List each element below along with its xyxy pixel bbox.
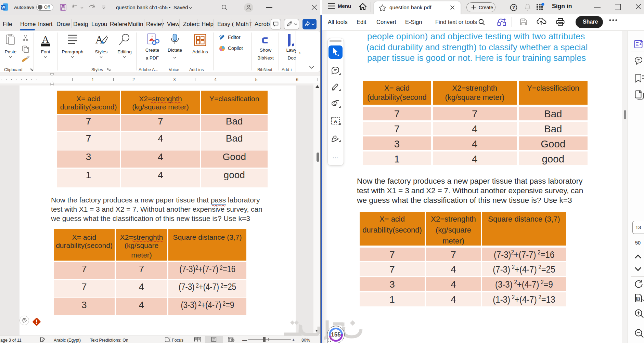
svg-text:A: A [95, 34, 103, 46]
svg-text:?: ? [512, 5, 515, 10]
svg-text:A: A [42, 34, 49, 45]
svg-text:W: W [1, 5, 5, 9]
svg-text:1:1: 1:1 [636, 298, 640, 300]
